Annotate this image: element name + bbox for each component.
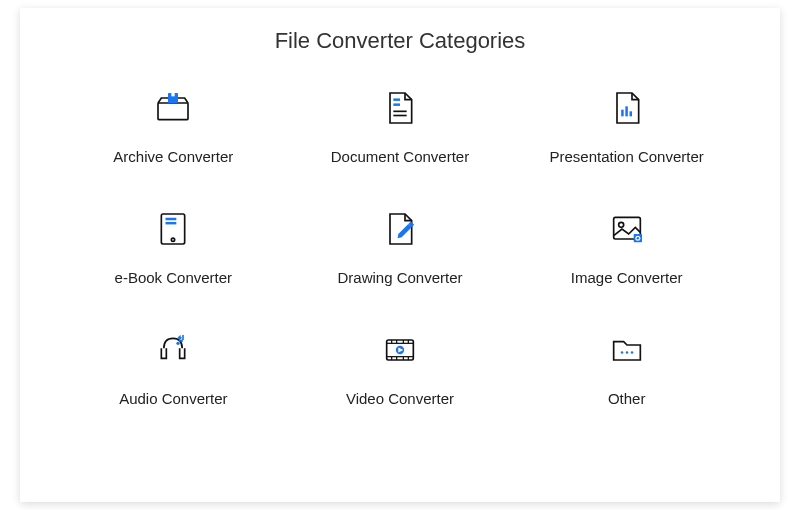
category-drawing[interactable]: Drawing Converter <box>297 205 504 286</box>
svg-point-18 <box>636 237 639 240</box>
category-ebook[interactable]: e-Book Converter <box>70 205 277 286</box>
category-label: Other <box>608 390 646 407</box>
archive-icon <box>149 84 197 132</box>
category-audio[interactable]: Audio Converter <box>70 326 277 407</box>
video-icon <box>376 326 424 374</box>
category-label: Audio Converter <box>119 390 227 407</box>
presentation-icon <box>603 84 651 132</box>
document-icon <box>376 84 424 132</box>
svg-rect-7 <box>621 110 624 117</box>
audio-icon <box>149 326 197 374</box>
converter-categories-panel: File Converter Categories Archive Conver… <box>20 8 780 502</box>
ebook-icon <box>149 205 197 253</box>
svg-point-33 <box>620 351 623 354</box>
category-label: Document Converter <box>331 148 469 165</box>
svg-point-19 <box>177 342 180 345</box>
category-other[interactable]: Other <box>523 326 730 407</box>
page-title: File Converter Categories <box>60 28 740 54</box>
svg-rect-0 <box>158 103 188 120</box>
category-label: Presentation Converter <box>550 148 704 165</box>
svg-point-15 <box>618 222 623 227</box>
category-label: Image Converter <box>571 269 683 286</box>
drawing-icon <box>376 205 424 253</box>
category-image[interactable]: Image Converter <box>523 205 730 286</box>
category-label: e-Book Converter <box>115 269 233 286</box>
category-archive[interactable]: Archive Converter <box>70 84 277 165</box>
svg-rect-9 <box>629 111 632 116</box>
svg-point-34 <box>625 351 628 354</box>
svg-rect-2 <box>172 93 175 96</box>
image-icon <box>603 205 651 253</box>
category-label: Video Converter <box>346 390 454 407</box>
category-video[interactable]: Video Converter <box>297 326 504 407</box>
category-document[interactable]: Document Converter <box>297 84 504 165</box>
categories-grid: Archive Converter Document Converter <box>60 84 740 407</box>
category-label: Drawing Converter <box>337 269 462 286</box>
category-presentation[interactable]: Presentation Converter <box>523 84 730 165</box>
folder-icon <box>603 326 651 374</box>
svg-point-13 <box>172 238 175 241</box>
svg-point-35 <box>630 351 633 354</box>
svg-point-20 <box>181 340 184 343</box>
category-label: Archive Converter <box>113 148 233 165</box>
svg-rect-8 <box>625 106 628 116</box>
